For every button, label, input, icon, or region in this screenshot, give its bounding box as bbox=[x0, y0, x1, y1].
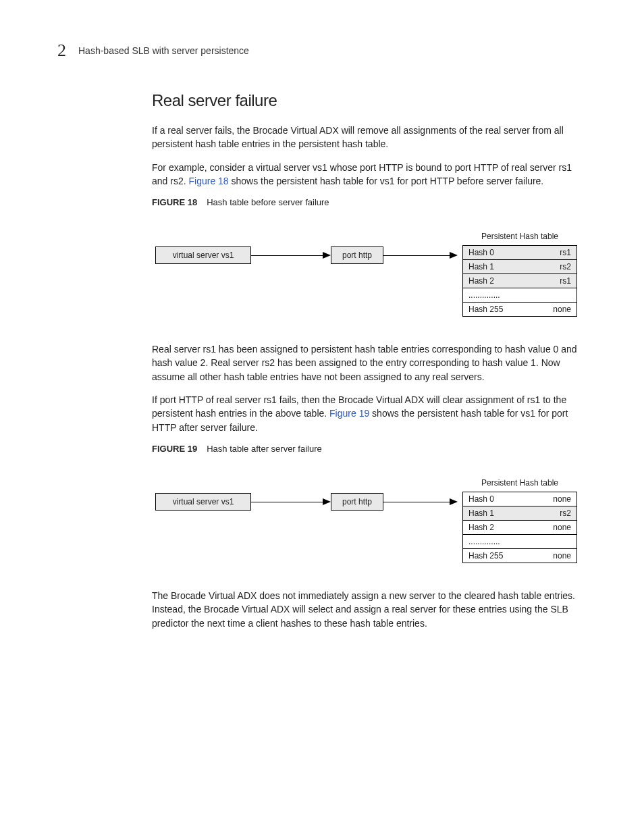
arrow-line bbox=[251, 255, 324, 256]
hash-key-cell: Hash 2 bbox=[463, 520, 533, 534]
hash-table: Persistent Hash table Hash 0rs1Hash 1rs2… bbox=[462, 232, 577, 317]
hash-value-cell: none bbox=[533, 492, 577, 506]
paragraph: The Brocade Virtual ADX does not immedia… bbox=[152, 589, 583, 630]
figure-link[interactable]: Figure 19 bbox=[329, 408, 369, 419]
paragraph: Real server rs1 has been assigned to per… bbox=[152, 342, 583, 384]
arrow-head-icon bbox=[323, 498, 331, 505]
paragraph: If a real server fails, the Brocade Virt… bbox=[152, 124, 583, 151]
hash-key-cell: Hash 1 bbox=[463, 506, 533, 520]
virtual-server-box: virtual server vs1 bbox=[155, 246, 251, 264]
text-run: shows the persistent hash table for vs1 … bbox=[229, 176, 544, 186]
table-row: Hash 1rs2 bbox=[463, 260, 577, 274]
figure-19-diagram: virtual server vs1 port http Persistent … bbox=[152, 466, 583, 574]
hash-value-cell bbox=[533, 534, 577, 548]
table-row: Hash 1rs2 bbox=[463, 506, 577, 520]
figure-label: FIGURE 18 bbox=[152, 197, 197, 207]
table-row: Hash 255none bbox=[463, 303, 577, 317]
hash-value-cell: none bbox=[533, 303, 577, 317]
table-row: Hash 2rs1 bbox=[463, 274, 577, 288]
table-row: Hash 0none bbox=[463, 492, 577, 506]
hash-key-cell: Hash 2 bbox=[463, 274, 533, 288]
figure-label: FIGURE 19 bbox=[152, 444, 197, 454]
port-box: port http bbox=[331, 246, 383, 264]
table-row: Hash 255none bbox=[463, 548, 577, 563]
virtual-server-box: virtual server vs1 bbox=[155, 493, 251, 511]
hash-key-cell: Hash 1 bbox=[463, 260, 533, 274]
figure-caption: FIGURE 19Hash table after server failure bbox=[152, 444, 583, 454]
hash-key-cell: Hash 0 bbox=[463, 492, 533, 506]
table-row: Hash 2none bbox=[463, 520, 577, 534]
arrow-head-icon bbox=[323, 252, 331, 259]
hash-value-cell: rs1 bbox=[533, 274, 577, 288]
paragraph: For example, consider a virtual server v… bbox=[152, 161, 583, 188]
table-row: .............. bbox=[463, 534, 577, 548]
hash-value-cell: none bbox=[533, 520, 577, 534]
arrow-line bbox=[251, 502, 324, 502]
hash-table-grid: Hash 0noneHash 1rs2Hash 2none...........… bbox=[462, 492, 577, 563]
figure-caption: FIGURE 18Hash table before server failur… bbox=[152, 197, 583, 207]
figure-caption-text: Hash table before server failure bbox=[207, 197, 329, 207]
table-row: .............. bbox=[463, 288, 577, 303]
arrow-line bbox=[383, 255, 451, 256]
chapter-number: 2 bbox=[57, 41, 66, 61]
header-title: Hash-based SLB with server persistence bbox=[78, 45, 249, 56]
main-content: Real server failure If a real server fai… bbox=[152, 91, 583, 640]
hash-table-title: Persistent Hash table bbox=[462, 232, 577, 241]
hash-value-cell: none bbox=[533, 548, 577, 563]
hash-key-cell: Hash 255 bbox=[463, 303, 533, 317]
hash-table-title: Persistent Hash table bbox=[462, 478, 577, 488]
figure-caption-text: Hash table after server failure bbox=[207, 444, 322, 454]
hash-table: Persistent Hash table Hash 0noneHash 1rs… bbox=[462, 478, 577, 563]
page-header: 2 Hash-based SLB with server persistence bbox=[57, 41, 587, 61]
port-box: port http bbox=[331, 493, 383, 511]
figure-link[interactable]: Figure 18 bbox=[188, 176, 228, 186]
hash-key-cell: Hash 0 bbox=[463, 246, 533, 260]
hash-key-cell: .............. bbox=[463, 534, 533, 548]
arrow-head-icon bbox=[450, 498, 458, 505]
table-row: Hash 0rs1 bbox=[463, 246, 577, 260]
figure-18-diagram: virtual server vs1 port http Persistent … bbox=[152, 219, 583, 328]
hash-value-cell: rs1 bbox=[533, 246, 577, 260]
hash-value-cell: rs2 bbox=[533, 506, 577, 520]
hash-value-cell bbox=[533, 288, 577, 303]
hash-key-cell: Hash 255 bbox=[463, 548, 533, 563]
paragraph: If port HTTP of real server rs1 fails, t… bbox=[152, 393, 583, 434]
section-heading: Real server failure bbox=[152, 91, 583, 110]
hash-value-cell: rs2 bbox=[533, 260, 577, 274]
hash-table-grid: Hash 0rs1Hash 1rs2Hash 2rs1.............… bbox=[462, 245, 577, 317]
arrow-line bbox=[383, 502, 451, 502]
hash-key-cell: .............. bbox=[463, 288, 533, 303]
arrow-head-icon bbox=[450, 252, 458, 259]
